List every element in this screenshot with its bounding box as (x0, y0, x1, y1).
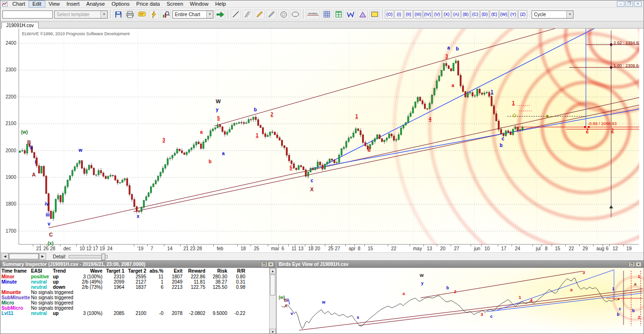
table-row[interactable]: neutraldown2/b (73%)1964183762213122.751… (0, 285, 269, 290)
parallel-lines-tool-button[interactable] (242, 10, 253, 20)
menu-item-price-data[interactable]: Price data (133, 0, 163, 7)
minimize-button[interactable]: – (617, 1, 624, 7)
scrollbar-thumb[interactable] (270, 275, 275, 295)
quick-analysis-button[interactable] (149, 10, 159, 20)
wave-degree-button-i[interactable]: (I) (394, 10, 403, 19)
menu-item-chart[interactable]: Chart (9, 0, 29, 7)
table-cell: 2595 (125, 274, 147, 279)
chart-canvas[interactable]: 2.62 : 2394.821.00 : 2308.64-0.89 / 2088… (19, 29, 639, 245)
wave-degree-button-o[interactable]: (O) (385, 10, 394, 19)
chevron-down-icon[interactable]: ▼ (101, 11, 107, 18)
triangle-pattern-button[interactable] (357, 10, 368, 20)
summary-inspector-panel: Summary Inspector (J19091H.csv - 2019/6/… (0, 261, 277, 334)
trendline-text-button[interactable]: trendtext (306, 10, 320, 20)
pen-tool-button[interactable] (266, 10, 277, 20)
table-row[interactable]: MicroNo signals triggered (0, 300, 269, 305)
menu-item-view[interactable]: View (45, 0, 63, 7)
x-axis-label: 21 (36, 246, 41, 251)
wave-degree-button-v[interactable]: (V) (433, 10, 442, 19)
menu-item-help[interactable]: Help (212, 0, 230, 7)
wave-degree-button-d[interactable]: (D) (480, 10, 489, 19)
summary-table[interactable]: Time frameEASITrendWaveTarget 1Target 2a… (0, 268, 269, 334)
range-select[interactable]: Entire Chart ▼ (172, 10, 213, 19)
wave-degree-button-iii[interactable]: (III) (413, 10, 423, 19)
table-cell: 11 (147, 274, 164, 279)
table-row[interactable]: SubMinuetteNo signals triggered (0, 295, 269, 300)
menu-item-edit[interactable]: Edit (29, 0, 45, 8)
detail-slider-thumb[interactable] (101, 254, 105, 260)
toplevel-button[interactable] (137, 10, 147, 20)
summary-inspector-title: Summary Inspector (J19091H.csv - 2019/6/… (2, 262, 145, 267)
panel-close-icon[interactable]: × (268, 262, 274, 267)
menu-items: ChartEditViewInsertAnalyseOptionsPrice d… (9, 0, 229, 8)
scroll-right-button[interactable]: ▶ (39, 253, 46, 260)
table-cell: EASI (30, 268, 52, 274)
scan-button[interactable] (161, 10, 171, 20)
no-signals-note: No signals triggered (30, 305, 74, 311)
wave-degree-button-z[interactable]: (Z) (518, 10, 527, 19)
chart-scrollbar[interactable] (9, 253, 39, 260)
birds-eye-titlebar[interactable]: Birds Eye View of J19091H.csv ❐× (277, 261, 644, 268)
table-row[interactable]: Lvl11neutralup3 (100%)20852100-02078-2.0… (0, 311, 269, 316)
wave-degree-button-b[interactable]: (B) (461, 10, 470, 19)
template-select[interactable]: Select template ▼ (54, 10, 108, 19)
summary-inspector-titlebar[interactable]: Summary Inspector (J19091H.csv - 2019/6/… (0, 261, 276, 268)
menu-item-window[interactable]: Window (187, 0, 212, 7)
scan-icon (162, 11, 170, 18)
wave-degree-button-iv[interactable]: (IV) (423, 10, 432, 19)
x-axis-label: 8 (545, 246, 548, 251)
wave-degree-button-a[interactable]: (A) (452, 10, 461, 19)
summary-scrollbar[interactable]: ▲ ▼ (269, 268, 276, 334)
table-cell: 38.27 (206, 279, 228, 285)
grid-tool-button[interactable] (322, 10, 332, 20)
pencil-tool-button[interactable] (254, 10, 265, 20)
rectangle-highlight-button[interactable] (369, 10, 380, 20)
go-button[interactable] (215, 10, 225, 20)
birds-eye-can[interactable]: (w)BiiAivwxaWyb23c14a31cbab12 (277, 268, 644, 334)
table-cell: 0.31 (228, 279, 246, 285)
wave-degree-button-w[interactable]: (W) (499, 10, 508, 19)
menu-item-screen[interactable]: Screen (163, 0, 187, 7)
menu-item-options[interactable]: Options (108, 0, 133, 7)
panel-restore-icon[interactable]: ❐ (261, 262, 267, 267)
print-button[interactable] (125, 10, 135, 20)
cycle-select[interactable]: Cycle ▼ (532, 10, 574, 19)
menu-item-analyse[interactable]: Analyse (83, 0, 108, 7)
chevron-down-icon[interactable]: ▼ (566, 11, 573, 18)
elliott-wave-button[interactable] (345, 10, 356, 20)
wave-degree-button-y[interactable]: (Y) (509, 10, 518, 19)
wave-degree-button-c[interactable]: (C) (471, 10, 480, 19)
x-axis-label: 7 (151, 246, 153, 251)
wave-degree-button-e[interactable]: (E) (490, 10, 499, 19)
ellipse-tool-button[interactable] (290, 10, 301, 20)
scroll-up-button[interactable]: ▲ (270, 268, 276, 274)
symbol-input[interactable] (2, 10, 53, 19)
scrollbar-thumb[interactable] (9, 254, 39, 259)
save-button[interactable] (113, 10, 123, 20)
table-cell: 125.50 (206, 285, 228, 290)
table-row[interactable]: Minuteneutralup2/b (49%)209921271204911.… (0, 279, 269, 285)
menu-item-insert[interactable]: Insert (63, 0, 83, 7)
detail-slider[interactable] (69, 255, 108, 258)
close-button[interactable]: × (634, 1, 642, 7)
separator (382, 10, 382, 19)
scroll-left-button[interactable]: ◀ (1, 253, 9, 260)
table-cell: 2078 (164, 311, 183, 316)
table-row[interactable]: Minorpositiveup3 (100%)23102595111807222… (0, 274, 269, 279)
table-cell: 280.30 (206, 274, 228, 279)
line-tool-button[interactable] (231, 10, 241, 20)
wave-degree-button-ii[interactable]: (II) (404, 10, 413, 19)
birds-eye-title: Birds Eye View of J19091H.csv (279, 262, 349, 267)
panel-close-icon[interactable]: × (635, 262, 642, 267)
circles-tool-button[interactable] (278, 10, 289, 20)
chevron-down-icon[interactable]: ▼ (206, 11, 213, 18)
table-row[interactable]: MinuetteNo signals triggered (0, 290, 269, 295)
scroll-down-button[interactable]: ▼ (270, 329, 276, 334)
table-cell: Lvl11 (0, 311, 30, 316)
table-tool-button[interactable] (333, 10, 344, 20)
wave-degree-button-x[interactable]: (X) (442, 10, 451, 19)
tab-j19091h[interactable]: J19091H.csv (1, 22, 39, 29)
restore-button[interactable]: ❐ (625, 1, 633, 7)
panel-restore-icon[interactable]: ❐ (629, 262, 635, 267)
table-row[interactable]: SubMicroNo signals triggered (0, 305, 269, 311)
